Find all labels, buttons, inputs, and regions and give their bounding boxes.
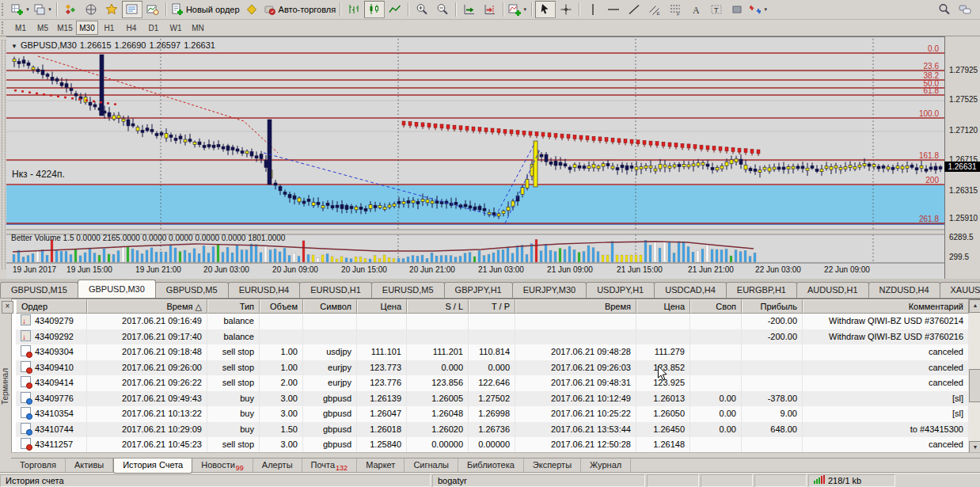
column-header-5[interactable]: Цена <box>357 299 407 314</box>
column-header-3[interactable]: Объем <box>260 299 303 314</box>
profiles-button[interactable]: ▼ <box>32 1 54 18</box>
equidistant-channel-button[interactable]: E <box>644 1 665 18</box>
chart-tab-eurusd-m5[interactable]: EURUSD,M5 <box>371 282 445 298</box>
chart-tab-eurusd-h1[interactable]: EURUSD,H1 <box>299 282 372 298</box>
column-header-7[interactable]: T / P <box>469 299 515 314</box>
chart-tab-gbpusd-m30[interactable]: GBPUSD,M30 <box>78 280 156 298</box>
chart-plot[interactable]: 0.023.638.250.061.8100.0161.8200261.8 <box>6 36 944 280</box>
timeframe-m5[interactable]: M5 <box>32 21 54 35</box>
new-chart-dropdown-icon[interactable]: ▼ <box>25 7 30 12</box>
chart-tab-gbpusd-m15[interactable]: GBPUSD,M15 <box>0 282 78 298</box>
chart-tab-gbpusd-m5[interactable]: GBPUSD,M5 <box>155 282 229 298</box>
timeframe-h1[interactable]: H1 <box>98 21 120 35</box>
new-chart-button[interactable]: ▼ <box>9 1 32 18</box>
zoom-out-button[interactable] <box>432 1 453 18</box>
terminal-tab-библиотека[interactable]: Библиотека <box>458 458 524 472</box>
history-row-43410744[interactable]: 434107442017.06.21 10:29:09buy1.50gbpusd… <box>16 422 969 438</box>
history-row-43409292[interactable]: 434092922017.06.21 09:17:40balance-200.0… <box>16 329 969 345</box>
chart-tab-xauusd-h1[interactable]: XAUUSD,H1 <box>940 282 980 298</box>
terminal-tab-почта[interactable]: Почта132 <box>302 458 358 472</box>
svg-text:100.0: 100.0 <box>919 109 939 118</box>
crosshair-icon <box>560 3 572 16</box>
cursor-button[interactable] <box>535 1 556 18</box>
column-header-10[interactable]: Своп <box>690 299 742 314</box>
auto-trading-button[interactable]: Авто-торговля <box>262 1 338 18</box>
chat-button[interactable] <box>955 1 975 18</box>
trend-line-button[interactable] <box>624 1 644 18</box>
timeframe-m1[interactable]: M1 <box>9 21 32 35</box>
terminal-tab-новости[interactable]: Новости99 <box>192 458 253 472</box>
profiles-dropdown-icon[interactable]: ▼ <box>47 7 52 12</box>
history-row-43409304[interactable]: 434093042017.06.21 09:18:48sell stop1.00… <box>16 344 969 360</box>
chart-line-button[interactable] <box>385 1 405 18</box>
chart-shift-button[interactable] <box>480 1 500 18</box>
terminal-tab-эксперты[interactable]: Эксперты <box>524 458 581 472</box>
timeframe-m15[interactable]: M15 <box>54 21 76 35</box>
history-row-43409279[interactable]: 434092792017.06.21 09:16:49balance-200.0… <box>16 314 969 329</box>
chart-tab-eurgbp-h1[interactable]: EURGBP,H1 <box>726 282 797 298</box>
chart-candles-button[interactable] <box>364 1 385 18</box>
terminal-tab-сигналы[interactable]: Сигналы <box>405 458 458 472</box>
terminal-tab-активы[interactable]: Активы <box>66 458 113 472</box>
auto-scroll-button[interactable] <box>459 1 480 18</box>
fibonacci-retracement-button[interactable]: F <box>665 1 686 18</box>
metaeditor-button[interactable] <box>241 1 262 18</box>
terminal-tab-торговля[interactable]: Торговля <box>11 458 66 472</box>
search-button[interactable] <box>934 1 955 18</box>
history-row-43409776[interactable]: 434097762017.06.21 09:49:43buy3.00gbpusd… <box>16 391 969 407</box>
chart-tab-usdjpy-h1[interactable]: USDJPY,H1 <box>586 282 655 298</box>
scrollbar-thumb[interactable] <box>969 369 980 402</box>
column-header-12[interactable]: Комментарий <box>803 299 969 314</box>
chart-tab-usdcad-h4[interactable]: USDCAD,H4 <box>654 282 727 298</box>
chart-tab-nzdusd-h4[interactable]: NZDUSD,H4 <box>868 282 940 298</box>
terminal-button[interactable] <box>122 1 142 18</box>
column-header-0[interactable]: Ордер <box>16 299 87 314</box>
chart-collapse-icon[interactable]: ▼ <box>11 43 17 50</box>
data-window-button[interactable] <box>81 1 101 18</box>
arrows-button[interactable]: ▼ <box>747 1 769 18</box>
text-label-button[interactable]: T <box>706 1 727 18</box>
terminal-tab-история-счета[interactable]: История Счета <box>113 458 192 474</box>
timeframe-w1[interactable]: W1 <box>165 21 187 35</box>
scroll-up-button[interactable]: ▲ <box>969 299 980 313</box>
shapes-button[interactable] <box>727 1 747 18</box>
indicators-button[interactable]: ▼ <box>507 1 529 18</box>
column-header-4[interactable]: Символ <box>303 299 357 314</box>
text-button[interactable]: A <box>686 1 706 18</box>
history-row-43410354[interactable]: 434103542017.06.21 10:13:22buy3.00gbpusd… <box>16 406 969 422</box>
column-header-6[interactable]: S / L <box>407 299 469 314</box>
column-header-11[interactable]: Прибыль <box>742 299 803 314</box>
market-watch-button[interactable] <box>60 1 81 18</box>
terminal-tab-журнал[interactable]: Журнал <box>581 458 631 472</box>
column-header-8[interactable]: Время <box>515 299 636 314</box>
indicators-dropdown-icon[interactable]: ▼ <box>522 7 527 12</box>
timeframe-m30[interactable]: M30 <box>76 21 98 35</box>
arrows-dropdown-icon[interactable]: ▼ <box>763 7 768 12</box>
column-header-9[interactable]: Цена <box>636 299 690 314</box>
history-row-43409410[interactable]: 434094102017.06.21 09:26:00sell stop1.00… <box>16 360 969 376</box>
timeframe-h4[interactable]: H4 <box>120 21 142 35</box>
zoom-in-button[interactable] <box>412 1 432 18</box>
vertical-line-button[interactable] <box>583 1 603 18</box>
history-row-43409414[interactable]: 434094142017.06.21 09:26:22sell stop2.00… <box>16 375 969 391</box>
chart-tab-eurusd-h4[interactable]: EURUSD,H4 <box>228 282 301 298</box>
column-header-1[interactable]: Время △ <box>87 299 207 314</box>
terminal-tab-маркет[interactable]: Маркет <box>357 458 405 472</box>
chart-tab-gbpjpy-h1[interactable]: GBPJPY,H1 <box>444 282 513 298</box>
chart-bars-button[interactable] <box>344 1 364 18</box>
navigator-button[interactable] <box>101 1 122 18</box>
horizontal-line-button[interactable] <box>603 1 624 18</box>
strategy-tester-button[interactable] <box>142 1 163 18</box>
new-order-button[interactable]: Новый ордер <box>169 1 241 18</box>
crosshair-button[interactable] <box>556 1 576 18</box>
cell: to #43415300 <box>803 422 969 438</box>
chart-tab-audusd-h1[interactable]: AUDUSD,H1 <box>796 282 869 298</box>
terminal-close-button[interactable]: × <box>2 301 13 314</box>
column-header-2[interactable]: Тип <box>207 299 260 314</box>
timeframe-d1[interactable]: D1 <box>142 21 165 35</box>
history-row-43411257[interactable]: 434112572017.06.21 10:45:23sell stop3.00… <box>16 437 969 453</box>
timeframe-mn[interactable]: MN <box>187 21 209 35</box>
chart-tab-eurjpy-m30[interactable]: EURJPY,M30 <box>512 282 587 298</box>
terminal-tab-алерты[interactable]: Алерты <box>253 458 302 472</box>
table-scrollbar[interactable]: ▲▼ <box>969 299 980 455</box>
